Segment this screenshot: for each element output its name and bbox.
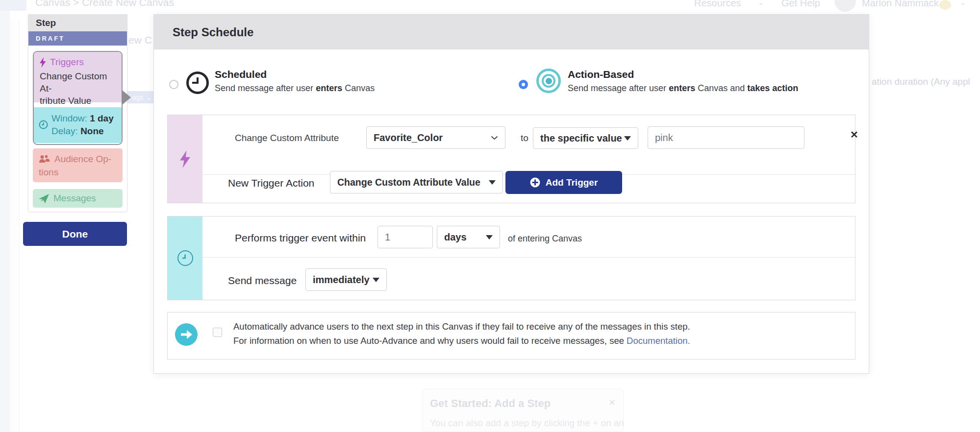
pill-label: ags	[132, 94, 144, 101]
row-divider	[202, 257, 855, 258]
user-name[interactable]: Marlon Nammack	[862, 0, 939, 9]
dropdown-arrow-icon	[486, 235, 493, 240]
change-attribute-label: Change Custom Attribute	[235, 133, 339, 144]
modal-header: Step Schedule	[154, 15, 869, 49]
breadcrumb: Canvas > Create New Canvas	[35, 0, 174, 8]
entering-canvas-label: of entering Canvas	[508, 234, 582, 244]
scheduled-desc: Send message after user enters Canvas	[215, 83, 375, 94]
left-edge-panel	[10, 20, 20, 432]
trigger-name-line1: Change Custom At-	[40, 70, 116, 95]
audience-label-line1: Audience Op-	[54, 152, 111, 166]
dropdown-arrow-icon	[373, 278, 379, 282]
timing-config-box: Performs trigger event within days of en…	[167, 216, 855, 300]
scheduled-radio[interactable]	[169, 80, 178, 89]
window-delay-text: Window: 1 day Delay: None	[51, 112, 114, 143]
plus-circle-icon	[530, 177, 540, 188]
trigger-action-select[interactable]: Change Custom Attribute Value	[330, 171, 503, 193]
trigger-config-box: Change Custom Attribute Favorite_Color t…	[167, 115, 855, 203]
send-delay-select[interactable]: immediately	[305, 268, 387, 291]
remove-trigger-icon[interactable]: ✕	[850, 129, 858, 141]
done-button[interactable]: Done	[23, 222, 127, 246]
dropdown-arrow-icon	[489, 180, 496, 185]
attribute-select[interactable]: Favorite_Color	[366, 126, 505, 149]
dropdown-arrow-icon	[624, 136, 631, 141]
background-text-fragment: ew C	[128, 34, 152, 46]
window-value: 1 day	[90, 113, 114, 123]
documentation-link[interactable]: Documentation.	[627, 336, 690, 346]
clock-icon	[177, 250, 193, 266]
performs-within-label: Performs trigger event within	[235, 232, 366, 244]
step-schedule-modal: Step Schedule Scheduled Send message aft…	[153, 14, 869, 374]
app-root: { "chrome": { "breadcrumb": "Canvas > Cr…	[0, 0, 980, 432]
avatar[interactable]	[834, 0, 856, 12]
action-based-desc: Send message after user enters Canvas an…	[568, 83, 798, 94]
auto-advance-line1: Automatically advance users to the next …	[233, 321, 690, 332]
left-edge-band	[0, 0, 10, 432]
audience-options-item[interactable]: Audience Op- tions	[33, 148, 123, 182]
messages-label: Messages	[53, 193, 96, 204]
lightning-icon	[180, 150, 191, 168]
comparator-select[interactable]: the specific value	[533, 127, 638, 149]
action-based-target-icon	[536, 69, 561, 93]
auto-advance-line2: For information on when to use Auto-Adva…	[233, 336, 690, 346]
triggers-section[interactable]: Triggers Change Custom At- tribute Value	[34, 52, 122, 102]
auto-advance-box: Automatically advance users to the next …	[167, 312, 855, 360]
triggers-heading: Triggers	[40, 57, 116, 68]
action-based-radio[interactable]	[519, 80, 528, 89]
nav-resources[interactable]: Resources	[694, 0, 741, 9]
get-started-tooltip: Get Started: Add a Step ✕ You can also a…	[423, 389, 624, 432]
audience-icon	[39, 155, 50, 164]
send-message-label: Send message	[228, 275, 297, 287]
advance-arrow-icon	[175, 323, 198, 346]
trigger-strip	[168, 115, 202, 203]
attribute-value-input[interactable]	[648, 126, 804, 149]
modal-title: Step Schedule	[173, 15, 253, 49]
action-based-title: Action-Based	[568, 69, 634, 80]
triggers-label: Triggers	[50, 57, 84, 68]
window-label: Window:	[51, 113, 87, 123]
step-panel: Step DRAFT Triggers Change Custom At- tr…	[28, 14, 127, 212]
auto-advance-checkbox[interactable]	[213, 328, 222, 337]
window-value-input[interactable]	[377, 226, 433, 248]
scheduled-title: Scheduled	[215, 69, 267, 80]
send-icon	[39, 194, 49, 203]
tooltip-title: Get Started: Add a Step	[430, 397, 551, 410]
add-trigger-button[interactable]: Add Trigger	[505, 171, 622, 194]
close-icon: ✕	[608, 397, 616, 408]
audience-label-line2: tions	[39, 166, 117, 179]
step-summary-card[interactable]: Triggers Change Custom At- tribute Value…	[33, 51, 123, 145]
draft-status-badge: DRAFT	[28, 31, 127, 46]
window-unit-select[interactable]: days	[437, 226, 500, 248]
status-dot-icon	[939, 0, 951, 10]
chevron-down-icon: ⌄	[758, 0, 764, 7]
step-panel-header: Step	[28, 15, 127, 31]
delay-label: Delay:	[51, 126, 78, 136]
window-section[interactable]: Window: 1 day Delay: None	[34, 107, 122, 143]
messages-item[interactable]: Messages	[33, 189, 123, 208]
chevron-down-icon: ⌄	[146, 94, 152, 101]
new-trigger-action-label: New Trigger Action	[228, 177, 314, 189]
to-label: to	[521, 133, 528, 144]
delay-value: None	[80, 126, 104, 136]
tooltip-body: You can also add a step by clicking the …	[430, 418, 624, 429]
nav-get-help[interactable]: Get Help	[781, 0, 820, 9]
chevron-down-icon	[491, 136, 498, 140]
background-text-fragment: ation duration (Any appl	[872, 76, 970, 87]
corner-patch	[0, 0, 26, 11]
card-pointer-arrow	[122, 90, 131, 105]
timing-strip	[168, 216, 202, 300]
clock-icon	[39, 120, 48, 129]
scheduled-clock-icon	[186, 72, 209, 94]
lightning-icon	[40, 57, 46, 68]
chevron-down-icon[interactable]: ⌄	[960, 0, 966, 7]
